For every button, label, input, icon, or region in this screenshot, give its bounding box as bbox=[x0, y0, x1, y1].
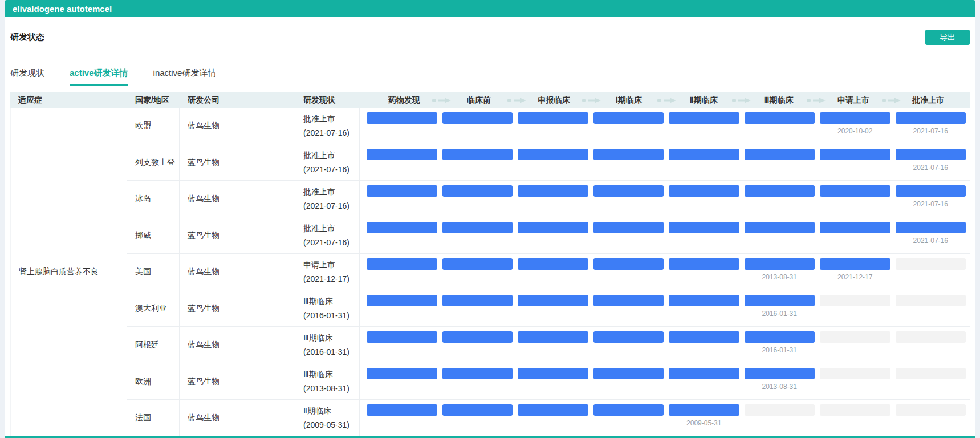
phase-date bbox=[442, 273, 513, 282]
phase-segment-done bbox=[745, 112, 815, 124]
tab-1[interactable]: active研发详情 bbox=[70, 68, 128, 86]
phase-segment-done bbox=[820, 149, 890, 160]
phase-date bbox=[518, 419, 588, 428]
phase-progress-cell: 2016-01-31 bbox=[360, 290, 970, 327]
phase-date bbox=[820, 310, 890, 319]
company-cell: 蓝鸟生物 bbox=[180, 327, 295, 363]
phase-segment-done bbox=[518, 295, 588, 306]
phase-progress-cell: 2013-08-31 bbox=[360, 363, 970, 400]
status-cell: 申请上市(2021-12-17) bbox=[295, 254, 360, 290]
phase-date: 2016-01-31 bbox=[745, 310, 815, 319]
phase-date bbox=[442, 164, 513, 173]
phase-segment-done bbox=[593, 149, 664, 160]
company-cell: 蓝鸟生物 bbox=[180, 181, 295, 217]
phase-segment-done bbox=[745, 331, 815, 343]
phase-date bbox=[442, 383, 513, 392]
phase-date bbox=[669, 200, 739, 209]
phase-segment-todo bbox=[896, 368, 966, 379]
drug-title: elivaldogene autotemcel bbox=[13, 4, 112, 14]
export-button[interactable]: 导出 bbox=[925, 30, 970, 45]
phase-segment-done bbox=[669, 368, 739, 379]
rd-detail-table: 适应症 国家/地区 研发公司 研发现状 药物发现 临床前 申报临床 Ⅰ期临床 Ⅱ… bbox=[10, 92, 970, 436]
phase-header-2: 申报临床 bbox=[517, 95, 591, 106]
phase-date bbox=[745, 237, 815, 246]
phase-date bbox=[518, 164, 588, 173]
tab-2[interactable]: inactive研发详情 bbox=[153, 68, 217, 86]
phase-segment-done bbox=[669, 258, 739, 270]
status-text: Ⅲ期临床 bbox=[303, 367, 359, 382]
phase-dates-row: 2021-07-16 bbox=[367, 164, 966, 173]
phase-date bbox=[442, 200, 513, 209]
company-cell: 蓝鸟生物 bbox=[180, 400, 295, 436]
phase-dates-row: 2020-10-022021-07-16 bbox=[367, 127, 966, 136]
phase-date bbox=[669, 346, 739, 355]
status-text: 批准上市 bbox=[303, 112, 359, 126]
phase-date bbox=[367, 164, 437, 173]
status-cell: Ⅲ期临床(2016-01-31) bbox=[295, 327, 360, 363]
phase-header-1: 临床前 bbox=[441, 95, 516, 106]
phase-segment-done bbox=[593, 404, 664, 416]
phase-date bbox=[669, 164, 739, 173]
phase-segment-done bbox=[820, 258, 890, 270]
phase-date bbox=[442, 237, 513, 246]
phase-progress-bar bbox=[367, 258, 966, 270]
status-text: 批准上市 bbox=[303, 148, 359, 163]
phase-date: 2021-07-16 bbox=[896, 164, 966, 173]
phase-segment-done bbox=[442, 258, 513, 270]
status-date: (2016-01-31) bbox=[303, 309, 359, 323]
phase-date: 2021-07-16 bbox=[896, 237, 966, 246]
country-cell: 阿根廷 bbox=[127, 327, 180, 363]
phase-dates-row: 2021-07-16 bbox=[367, 237, 966, 246]
phase-date bbox=[820, 200, 890, 209]
company-cell: 蓝鸟生物 bbox=[180, 144, 295, 181]
company-cell: 蓝鸟生物 bbox=[180, 108, 295, 144]
phase-segment-done bbox=[896, 222, 966, 233]
card-content: 研发状态 导出 研发现状active研发详情inactive研发详情 适应症 国… bbox=[5, 17, 975, 436]
phase-date bbox=[518, 127, 588, 136]
phase-date bbox=[896, 310, 966, 319]
column-header-country: 国家/地区 bbox=[127, 92, 180, 108]
phase-header-0: 药物发现 bbox=[367, 95, 441, 106]
phase-date bbox=[593, 273, 664, 282]
phase-date bbox=[896, 346, 966, 355]
status-cell: 批准上市(2021-07-16) bbox=[295, 217, 360, 254]
phase-date bbox=[745, 419, 815, 428]
status-text: 批准上市 bbox=[303, 185, 359, 199]
phase-segment-done bbox=[593, 112, 664, 124]
phase-date bbox=[518, 383, 588, 392]
phase-date bbox=[669, 273, 739, 282]
phase-progress-cell: 2021-07-16 bbox=[360, 181, 970, 217]
phase-date bbox=[820, 419, 890, 428]
phase-segment-done bbox=[367, 222, 437, 233]
phase-dates-row: 2013-08-31 bbox=[367, 383, 966, 392]
phase-header-7: 批准上市 bbox=[891, 95, 966, 106]
phase-date bbox=[593, 310, 664, 319]
next-section-bar bbox=[5, 436, 975, 438]
phase-date bbox=[669, 383, 739, 392]
phase-date bbox=[367, 200, 437, 209]
phase-segment-done bbox=[745, 185, 815, 197]
page-title: 研发状态 bbox=[10, 32, 44, 43]
company-cell: 蓝鸟生物 bbox=[180, 363, 295, 400]
phase-date bbox=[820, 237, 890, 246]
phase-date bbox=[367, 346, 437, 355]
status-cell: 批准上市(2021-07-16) bbox=[295, 144, 360, 181]
phase-segment-done bbox=[367, 149, 437, 160]
phase-date bbox=[669, 127, 739, 136]
column-header-indication: 适应症 bbox=[10, 92, 127, 108]
phase-segment-done bbox=[442, 185, 513, 197]
status-text: 批准上市 bbox=[303, 221, 359, 236]
phase-segment-done bbox=[518, 331, 588, 343]
phase-segment-done bbox=[669, 149, 739, 160]
phase-segment-done bbox=[367, 404, 437, 416]
phase-date bbox=[367, 383, 437, 392]
country-cell: 欧盟 bbox=[127, 108, 180, 144]
phase-segment-done bbox=[669, 331, 739, 343]
phase-segment-done bbox=[367, 295, 437, 306]
phase-progress-bar bbox=[367, 112, 966, 124]
phase-segment-todo bbox=[896, 258, 966, 270]
column-header-company: 研发公司 bbox=[180, 92, 295, 108]
phase-date bbox=[518, 310, 588, 319]
tab-0[interactable]: 研发现状 bbox=[10, 68, 44, 86]
phase-segment-done bbox=[896, 112, 966, 124]
